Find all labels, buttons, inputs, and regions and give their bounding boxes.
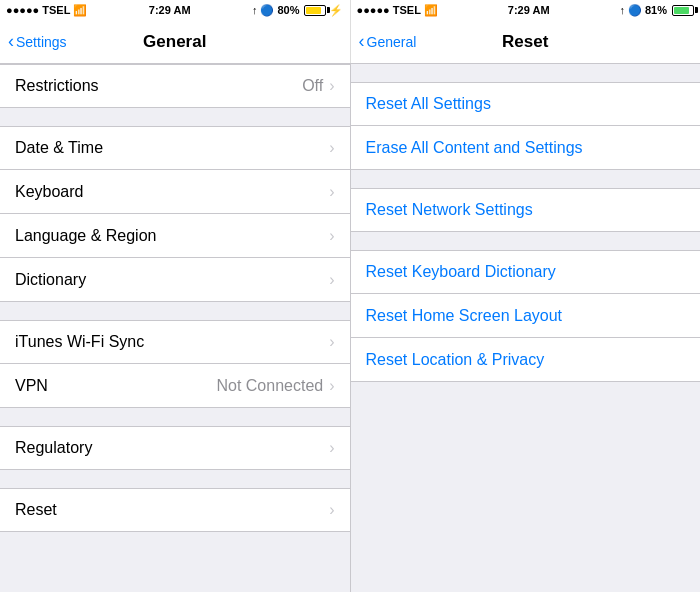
left-back-label: Settings xyxy=(16,34,67,50)
left-status-left: ●●●●● TSEL 📶 xyxy=(6,4,87,17)
reset-location-privacy-label: Reset Location & Privacy xyxy=(366,351,545,369)
left-wifi-icon: 📶 xyxy=(73,4,87,17)
restrictions-chevron-icon: › xyxy=(329,77,334,95)
date-time-chevron-icon: › xyxy=(329,139,334,157)
date-time-row[interactable]: Date & Time › xyxy=(0,126,350,170)
left-battery-pct: 80% xyxy=(277,4,299,16)
restrictions-value: Off xyxy=(302,77,323,95)
right-bluetooth-icon: 🔵 xyxy=(628,4,642,17)
left-location-icon: ↑ xyxy=(252,4,258,16)
right-status-right: ↑ 🔵 81% xyxy=(619,4,694,17)
vpn-row[interactable]: VPN Not Connected › xyxy=(0,364,350,408)
right-nav-back[interactable]: ‹ General xyxy=(359,33,417,50)
dictionary-row[interactable]: Dictionary › xyxy=(0,258,350,302)
reset-group-1: Reset All Settings Erase All Content and… xyxy=(351,82,701,170)
left-status-bar: ●●●●● TSEL 📶 7:29 AM ↑ 🔵 80% ⚡ xyxy=(0,0,350,20)
erase-all-content-row[interactable]: Erase All Content and Settings xyxy=(351,126,701,170)
restrictions-label: Restrictions xyxy=(15,77,302,95)
right-spacer-3 xyxy=(351,232,701,250)
itunes-wifi-sync-chevron-icon: › xyxy=(329,333,334,351)
dictionary-chevron-icon: › xyxy=(329,271,334,289)
itunes-vpn-group: iTunes Wi-Fi Sync › VPN Not Connected › xyxy=(0,320,350,408)
dictionary-label: Dictionary xyxy=(15,271,329,289)
reset-all-settings-label: Reset All Settings xyxy=(366,95,491,113)
left-nav-title: General xyxy=(143,32,206,52)
right-back-chevron-icon: ‹ xyxy=(359,32,365,50)
reset-nav-chevron-icon: › xyxy=(329,501,334,519)
keyboard-label: Keyboard xyxy=(15,183,329,201)
regulatory-row[interactable]: Regulatory › xyxy=(0,426,350,470)
right-spacer-1 xyxy=(351,64,701,82)
restrictions-group: Restrictions Off › xyxy=(0,64,350,108)
left-battery-icon xyxy=(304,5,326,16)
left-battery-fill xyxy=(306,7,320,14)
right-time: 7:29 AM xyxy=(508,4,550,16)
vpn-value: Not Connected xyxy=(216,377,323,395)
reset-network-settings-row[interactable]: Reset Network Settings xyxy=(351,188,701,232)
right-battery-pct: 81% xyxy=(645,4,667,16)
nav-bars: ‹ Settings General ‹ General Reset xyxy=(0,20,700,64)
right-carrier: ●●●●● TSEL xyxy=(357,4,421,16)
itunes-wifi-sync-row[interactable]: iTunes Wi-Fi Sync › xyxy=(0,320,350,364)
reset-location-privacy-row[interactable]: Reset Location & Privacy xyxy=(351,338,701,382)
reset-home-screen-layout-label: Reset Home Screen Layout xyxy=(366,307,563,325)
reset-group-3: Reset Keyboard Dictionary Reset Home Scr… xyxy=(351,250,701,382)
reset-keyboard-dictionary-label: Reset Keyboard Dictionary xyxy=(366,263,556,281)
reset-nav-row[interactable]: Reset › xyxy=(0,488,350,532)
right-status-bar: ●●●●● TSEL 📶 7:29 AM ↑ 🔵 81% xyxy=(350,0,701,20)
left-back-chevron-icon: ‹ xyxy=(8,32,14,50)
left-status-right: ↑ 🔵 80% ⚡ xyxy=(252,4,344,17)
spacer-1 xyxy=(0,108,350,126)
reset-network-settings-label: Reset Network Settings xyxy=(366,201,533,219)
language-region-chevron-icon: › xyxy=(329,227,334,245)
reset-all-settings-row[interactable]: Reset All Settings xyxy=(351,82,701,126)
right-wifi-icon: 📶 xyxy=(424,4,438,17)
reset-home-screen-layout-row[interactable]: Reset Home Screen Layout xyxy=(351,294,701,338)
regulatory-chevron-icon: › xyxy=(329,439,334,457)
right-status-left: ●●●●● TSEL 📶 xyxy=(357,4,438,17)
regulatory-label: Regulatory xyxy=(15,439,329,457)
reset-nav-label: Reset xyxy=(15,501,329,519)
right-back-label: General xyxy=(367,34,417,50)
reset-group-2: Reset Network Settings xyxy=(351,188,701,232)
spacer-4 xyxy=(0,470,350,488)
left-time: 7:29 AM xyxy=(149,4,191,16)
erase-all-content-label: Erase All Content and Settings xyxy=(366,139,583,157)
vpn-label: VPN xyxy=(15,377,216,395)
date-time-label: Date & Time xyxy=(15,139,329,157)
right-battery-fill xyxy=(674,7,689,14)
right-nav-bar: ‹ General Reset xyxy=(350,20,701,63)
vpn-chevron-icon: › xyxy=(329,377,334,395)
right-location-icon: ↑ xyxy=(619,4,625,16)
regulatory-group: Regulatory › xyxy=(0,426,350,470)
spacer-3 xyxy=(0,408,350,426)
right-panel: Reset All Settings Erase All Content and… xyxy=(350,64,701,592)
right-nav-title: Reset xyxy=(502,32,548,52)
status-bars: ●●●●● TSEL 📶 7:29 AM ↑ 🔵 80% ⚡ ●●●●● TSE… xyxy=(0,0,700,20)
itunes-wifi-sync-label: iTunes Wi-Fi Sync xyxy=(15,333,329,351)
main-content: Restrictions Off › Date & Time › Keyboar… xyxy=(0,64,700,592)
left-nav-bar: ‹ Settings General xyxy=(0,20,350,63)
keyboard-chevron-icon: › xyxy=(329,183,334,201)
right-spacer-2 xyxy=(351,170,701,188)
left-charging-icon: ⚡ xyxy=(329,4,343,17)
keyboard-row[interactable]: Keyboard › xyxy=(0,170,350,214)
language-region-label: Language & Region xyxy=(15,227,329,245)
reset-keyboard-dictionary-row[interactable]: Reset Keyboard Dictionary xyxy=(351,250,701,294)
datetime-group: Date & Time › Keyboard › Language & Regi… xyxy=(0,126,350,302)
left-carrier: ●●●●● TSEL xyxy=(6,4,70,16)
language-region-row[interactable]: Language & Region › xyxy=(0,214,350,258)
left-bluetooth-icon: 🔵 xyxy=(260,4,274,17)
right-battery-icon xyxy=(672,5,694,16)
spacer-2 xyxy=(0,302,350,320)
reset-nav-group: Reset › xyxy=(0,488,350,532)
restrictions-row[interactable]: Restrictions Off › xyxy=(0,64,350,108)
left-panel: Restrictions Off › Date & Time › Keyboar… xyxy=(0,64,350,592)
left-nav-back[interactable]: ‹ Settings xyxy=(8,33,67,50)
